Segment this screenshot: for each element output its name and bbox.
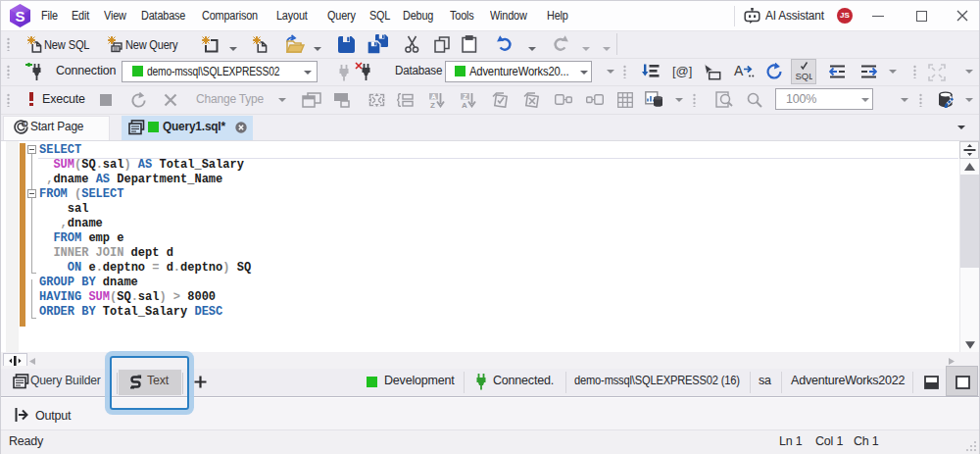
- svg-text:Z: Z: [430, 101, 435, 109]
- svg-text:S: S: [15, 8, 24, 25]
- svg-text:SQL: SQL: [796, 71, 813, 81]
- svg-text:A: A: [462, 101, 467, 109]
- svg-text:A: A: [431, 93, 436, 100]
- svg-text:Z: Z: [463, 93, 467, 100]
